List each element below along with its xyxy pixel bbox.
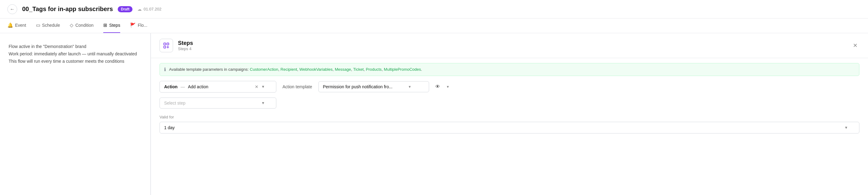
back-button[interactable]: ← — [7, 4, 17, 14]
action-dash: — — [181, 84, 185, 89]
action-chevron-icon: ▼ — [261, 85, 265, 89]
tab-condition-label: Condition — [75, 23, 93, 28]
close-button[interactable]: ✕ — [851, 41, 859, 50]
header: ← 00_Tags for in-app subscribers Draft ☁… — [0, 0, 868, 19]
template-value: Permission for push notification fro... — [323, 84, 393, 89]
link-customer-action[interactable]: CustomerAction — [250, 67, 278, 72]
flow-title: 00_Tags for in-app subscribers — [22, 5, 113, 12]
template-select[interactable]: Permission for push notification fro... … — [318, 81, 429, 92]
steps-panel: Steps Steps 4 ✕ ℹ Available template par… — [151, 33, 868, 195]
action-clear-button[interactable]: ✕ — [254, 84, 259, 89]
action-template-label: Action template — [282, 84, 312, 89]
info-bar: ℹ Available template parameters in campa… — [159, 63, 859, 76]
link-recipient[interactable]: Recipient — [281, 67, 297, 72]
tab-schedule[interactable]: ▭ Schedule — [36, 19, 60, 33]
tab-condition[interactable]: ◇ Condition — [70, 19, 93, 33]
condition-icon: ◇ — [70, 23, 73, 28]
steps-panel-icon — [159, 39, 173, 52]
schedule-icon: ▭ — [36, 23, 40, 28]
link-webhook[interactable]: WebhookVariables — [299, 67, 333, 72]
link-promo[interactable]: MultiplePromoCodes — [384, 67, 421, 72]
main-area: Flow active in the "Demonstration" brand… — [0, 33, 868, 195]
action-value: Add action — [188, 84, 208, 89]
steps-panel-subtitle: Steps 4 — [178, 47, 193, 51]
template-chevron-icon: ▼ — [408, 85, 411, 89]
info-icon: ℹ — [164, 67, 166, 72]
info-prefix: Available template parameters in campaig… — [169, 67, 249, 72]
svg-rect-1 — [167, 43, 169, 45]
draft-badge: Draft — [118, 6, 132, 12]
steps-title-group: Steps Steps 4 — [178, 40, 193, 51]
tab-steps-label: Steps — [109, 23, 120, 28]
svg-rect-0 — [164, 43, 166, 45]
tab-steps[interactable]: ⊞ Steps — [103, 19, 120, 33]
action-select[interactable]: Action — Add action ✕ ▼ — [159, 81, 276, 92]
preview-dropdown-icon[interactable]: ▼ — [446, 85, 450, 89]
action-select-label: Action — Add action — [164, 84, 208, 89]
action-select-controls: ✕ ▼ — [254, 84, 265, 89]
tab-event[interactable]: 🔔 Event — [7, 19, 26, 33]
flow-icon: 🚩 — [130, 23, 136, 28]
tab-flow[interactable]: 🚩 Flo... — [130, 19, 147, 33]
action-strong-label: Action — [164, 84, 178, 89]
tab-flow-label: Flo... — [138, 23, 147, 28]
select-step-chevron: ▼ — [261, 101, 265, 105]
info-text: Available template parameters in campaig… — [169, 66, 422, 73]
valid-for-chevron: ▼ — [844, 126, 848, 130]
flow-info-line1: Flow active in the "Demonstration" brand — [9, 43, 142, 51]
flow-info-line3: This flow will run every time a customer… — [9, 58, 142, 65]
back-icon: ← — [10, 6, 15, 12]
valid-for-section: Valid for 1 day ▼ — [159, 115, 859, 134]
template-controls: ▼ — [408, 85, 411, 89]
left-panel: Flow active in the "Demonstration" brand… — [0, 33, 151, 195]
svg-rect-2 — [164, 46, 166, 48]
flow-info-line2: Work period: immediately after launch — … — [9, 51, 142, 58]
steps-panel-title: Steps — [178, 40, 193, 47]
steps-tab-icon: ⊞ — [103, 23, 107, 28]
select-step-placeholder: Select step — [164, 101, 185, 106]
link-message[interactable]: Message — [335, 67, 351, 72]
valid-for-select[interactable]: 1 day ▼ — [159, 122, 859, 134]
select-step-dropdown[interactable]: Select step ▼ — [159, 98, 276, 109]
save-info: ☁ 01.07.202 — [137, 7, 161, 12]
tab-event-label: Event — [15, 23, 26, 28]
valid-for-label: Valid for — [159, 115, 859, 119]
link-products[interactable]: Products — [366, 67, 381, 72]
cloud-icon: ☁ — [137, 7, 142, 12]
valid-for-value: 1 day — [164, 125, 175, 130]
steps-content: Action — Add action ✕ ▼ Action template … — [151, 81, 868, 195]
action-row: Action — Add action ✕ ▼ Action template … — [159, 81, 859, 92]
tab-schedule-label: Schedule — [42, 23, 60, 28]
preview-icon[interactable]: 👁 — [435, 84, 440, 89]
event-icon: 🔔 — [7, 23, 13, 28]
steps-header: Steps Steps 4 ✕ — [151, 33, 868, 58]
link-ticket[interactable]: Ticket — [353, 67, 364, 72]
tabs-bar: 🔔 Event ▭ Schedule ◇ Condition ⊞ Steps 🚩… — [0, 19, 868, 33]
save-date: 01.07.202 — [144, 7, 161, 11]
